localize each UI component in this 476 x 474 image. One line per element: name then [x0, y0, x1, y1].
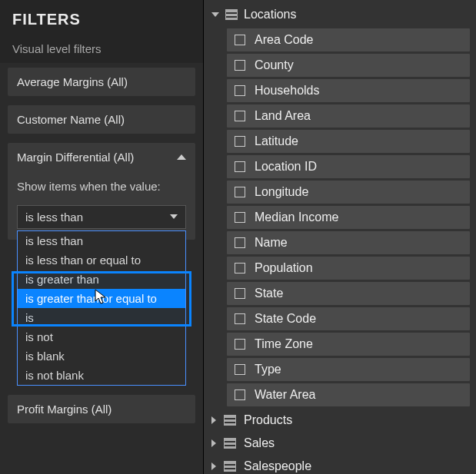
filter-card-label: Average Margins (All) — [17, 75, 128, 88]
field-label: Water Area — [255, 388, 315, 402]
field-label: State Code — [255, 312, 316, 326]
condition-select[interactable]: is less than is less than is less than o… — [17, 205, 186, 229]
field-row[interactable]: State — [227, 282, 470, 305]
table-icon — [224, 438, 236, 449]
table-icon — [225, 9, 238, 20]
field-checkbox[interactable] — [235, 364, 245, 375]
expand-icon — [211, 416, 216, 424]
field-checkbox[interactable] — [235, 187, 245, 197]
table-header-collapsed[interactable]: Salespeople — [208, 455, 470, 474]
field-checkbox[interactable] — [235, 212, 245, 223]
filter-card-average-margins[interactable]: Average Margins (All) — [8, 68, 195, 96]
field-label: Population — [255, 261, 313, 275]
field-row[interactable]: Name — [227, 231, 470, 254]
field-label: State — [255, 287, 283, 300]
filter-card-profit-margins[interactable]: Profit Margins (All) — [8, 395, 195, 423]
field-label: Latitude — [255, 134, 298, 148]
collapse-icon — [211, 12, 219, 17]
field-row[interactable]: Households — [227, 79, 470, 102]
field-row[interactable]: Water Area — [227, 383, 470, 406]
field-checkbox[interactable] — [235, 161, 245, 172]
field-row[interactable]: State Code — [227, 307, 470, 330]
field-row[interactable]: Area Code — [227, 28, 470, 51]
field-row[interactable]: Type — [227, 358, 470, 381]
filter-card-header[interactable]: Margin Differential (All) — [17, 151, 186, 164]
filters-panel: FILTERS Visual level filters Average Mar… — [0, 0, 204, 474]
field-row[interactable]: Time Zone — [227, 333, 470, 356]
dropdown-option-is-less-than-or-equal-to[interactable]: is less than or equal to — [18, 250, 185, 270]
filter-card-customer-name[interactable]: Customer Name (All) — [8, 105, 195, 134]
field-label: Location ID — [255, 160, 317, 174]
filter-card-label: Profit Margins (All) — [17, 403, 112, 416]
field-label: Time Zone — [255, 337, 313, 351]
field-label: Area Code — [255, 33, 314, 47]
condition-selected-value: is less than — [25, 210, 83, 224]
field-label: Land Area — [255, 109, 311, 123]
dropdown-option-is-blank[interactable]: is blank — [18, 346, 185, 366]
field-row[interactable]: Population — [227, 257, 470, 280]
table-icon — [224, 415, 236, 426]
dropdown-option-is-greater-than-or-equal-to[interactable]: is greater than or equal to — [18, 289, 185, 308]
field-checkbox[interactable] — [235, 85, 245, 96]
field-checkbox[interactable] — [235, 288, 245, 299]
dropdown-option-is[interactable]: is — [18, 308, 185, 327]
table-name: Sales — [244, 436, 275, 450]
field-row[interactable]: Longitude — [227, 181, 470, 204]
field-checkbox[interactable] — [235, 111, 245, 121]
chevron-down-icon — [170, 214, 178, 219]
table-header-collapsed[interactable]: Sales — [208, 432, 470, 455]
dropdown-option-is-not[interactable]: is not — [18, 327, 185, 346]
field-checkbox[interactable] — [235, 35, 245, 45]
field-label: Name — [255, 236, 288, 250]
filter-card-label: Customer Name (All) — [17, 113, 125, 126]
fields-panel: Locations Area CodeCountyHouseholdsLand … — [204, 0, 476, 474]
field-checkbox[interactable] — [235, 136, 245, 147]
filters-subtitle: Visual level filters — [0, 36, 203, 63]
field-label: County — [255, 58, 294, 72]
filters-title: FILTERS — [0, 0, 203, 36]
condition-dropdown-list: is less than is less than or equal to is… — [17, 230, 186, 386]
table-name: Salespeople — [244, 459, 311, 473]
field-row[interactable]: Location ID — [227, 155, 470, 178]
expand-icon — [211, 439, 216, 447]
field-checkbox[interactable] — [235, 389, 245, 400]
field-checkbox[interactable] — [235, 237, 245, 248]
field-row[interactable]: County — [227, 54, 470, 77]
field-row[interactable]: Median Income — [227, 206, 470, 229]
dropdown-option-is-not-blank[interactable]: is not blank — [18, 366, 185, 385]
table-header-locations[interactable]: Locations — [208, 3, 470, 26]
expand-icon — [211, 462, 216, 470]
field-row[interactable]: Land Area — [227, 104, 470, 128]
field-checkbox[interactable] — [235, 60, 245, 71]
chevron-up-icon — [177, 154, 186, 160]
dropdown-option-is-less-than[interactable]: is less than — [18, 231, 185, 250]
filter-card-margin-differential: Margin Differential (All) Show items whe… — [8, 143, 195, 240]
field-checkbox[interactable] — [235, 313, 245, 324]
filter-instruction: Show items when the value: — [17, 179, 186, 194]
field-label: Households — [255, 84, 320, 98]
field-label: Type — [255, 363, 281, 376]
dropdown-option-is-greater-than[interactable]: is greater than — [18, 270, 185, 289]
field-checkbox[interactable] — [235, 263, 245, 273]
table-icon — [224, 461, 236, 472]
table-name: Products — [244, 413, 292, 427]
field-label: Median Income — [255, 210, 338, 224]
field-checkbox[interactable] — [235, 339, 245, 350]
filter-card-label: Margin Differential (All) — [17, 151, 134, 164]
table-header-collapsed[interactable]: Products — [208, 409, 470, 432]
table-name: Locations — [244, 8, 297, 22]
field-label: Longitude — [255, 185, 308, 199]
field-row[interactable]: Latitude — [227, 130, 470, 153]
